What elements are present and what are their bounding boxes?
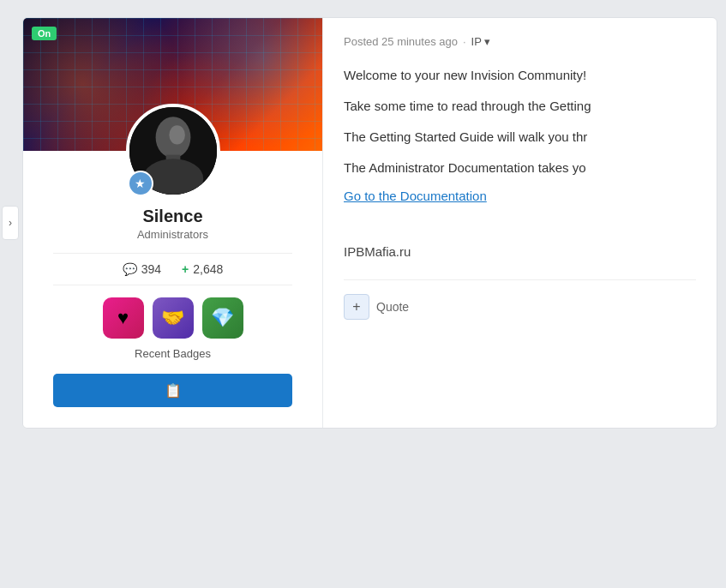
badge-hand: 🤝	[153, 297, 194, 339]
post-line-2: Take some time to read through the Getti…	[344, 96, 696, 117]
reputation-count: 2,648	[193, 262, 223, 276]
post-line-3: The Getting Started Guide will walk you …	[344, 127, 696, 147]
badge-diamond: 💎	[202, 297, 243, 339]
page-wrapper: › On	[9, 17, 717, 429]
documentation-link[interactable]: Go to the Documentation	[344, 189, 696, 203]
messages-count: 394	[141, 262, 161, 276]
messages-icon: 💬	[123, 262, 137, 276]
badges-row: ♥ 🤝 💎	[103, 297, 243, 339]
badge-heart: ♥	[103, 297, 144, 339]
badges-section: ♥ 🤝 💎 Recent Badges	[103, 297, 243, 360]
quote-button[interactable]: + Quote	[344, 294, 409, 320]
online-badge: On	[32, 27, 57, 40]
user-stats: 💬 394 + 2,648	[53, 253, 292, 285]
user-card: On	[23, 18, 323, 428]
reputation-plus-icon: +	[182, 262, 189, 276]
ip-link[interactable]: IP ▾	[471, 35, 490, 48]
profile-btn-icon: 📋	[165, 382, 182, 399]
badges-label: Recent Badges	[135, 347, 211, 360]
post-signature: IPBMafia.ru	[344, 231, 696, 259]
user-role: Administrators	[137, 228, 208, 241]
quote-plus-icon: +	[344, 294, 369, 320]
reputation-stat: + 2,648	[182, 262, 223, 276]
svg-point-4	[169, 125, 185, 144]
quote-label: Quote	[376, 300, 409, 314]
avatar-wrapper: ★	[126, 104, 220, 198]
collapse-icon: ›	[9, 217, 12, 229]
post-time: Posted 25 minutes ago	[344, 35, 458, 48]
post-line-1: Welcome to your new Invision Community!	[344, 65, 696, 86]
meta-separator: ·	[463, 35, 466, 48]
chevron-down-icon: ▾	[484, 35, 490, 48]
post-meta: Posted 25 minutes ago · IP ▾	[344, 35, 696, 48]
ip-label: IP	[471, 35, 482, 48]
post-line-4: The Administrator Documentation takes yo	[344, 158, 696, 178]
profile-button[interactable]: 📋	[53, 374, 292, 407]
post-content: Posted 25 minutes ago · IP ▾ Welcome to …	[323, 18, 717, 428]
star-badge: ★	[128, 171, 153, 196]
collapse-button[interactable]: ›	[2, 206, 19, 240]
username: Silence	[142, 207, 202, 226]
post-container: On	[22, 17, 717, 429]
messages-stat: 💬 394	[123, 262, 161, 276]
post-actions: + Quote	[344, 279, 696, 320]
